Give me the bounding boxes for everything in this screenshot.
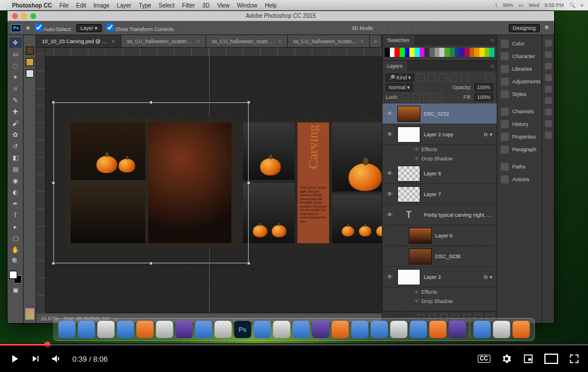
dock-app[interactable]	[195, 321, 212, 338]
distribute-icon[interactable]	[269, 25, 276, 32]
swatch-cell[interactable]	[470, 48, 475, 52]
visibility-toggle[interactable]: 👁	[386, 131, 394, 137]
swatch-cell[interactable]	[400, 52, 405, 57]
workspace-dropdown[interactable]: Designing	[509, 24, 540, 32]
photo[interactable]	[243, 183, 295, 243]
swatch-cell[interactable]	[489, 52, 494, 57]
close-tab-icon[interactable]: ×	[278, 39, 281, 44]
swatch-cell[interactable]	[424, 48, 430, 52]
close-tab-icon[interactable]: ×	[112, 39, 115, 44]
dock-folder[interactable]	[493, 321, 510, 338]
swatch-cell[interactable]	[439, 48, 444, 52]
layer-name[interactable]: Pretty typical carving night. Jake just …	[424, 212, 493, 218]
rail-icon[interactable]	[545, 40, 552, 47]
delete-layer-icon[interactable]	[486, 314, 493, 321]
layer-name[interactable]: Layer 6	[435, 233, 493, 239]
transform-handle[interactable]	[247, 262, 250, 265]
lock-position-icon[interactable]	[423, 93, 431, 101]
dock-app[interactable]	[137, 321, 154, 338]
close-window-button[interactable]	[12, 13, 18, 19]
layer-row[interactable]: 👁TPretty typical carving night. Jake jus…	[382, 205, 497, 225]
distribute-icon[interactable]	[318, 25, 324, 32]
layer-fx-icon[interactable]	[429, 314, 436, 321]
ruler-vertical[interactable]	[36, 48, 45, 313]
swatch-cell[interactable]	[405, 48, 410, 52]
document-tab[interactable]: ss_CU_halloween_scatters_bones.png @ 50%…	[121, 35, 206, 47]
dock-app[interactable]	[312, 321, 330, 338]
layer-thumbnail[interactable]	[409, 228, 432, 244]
align-icon[interactable]	[213, 25, 220, 32]
distribute-icon[interactable]	[330, 25, 336, 32]
hand-tool[interactable]: ✋	[9, 244, 22, 255]
gradient-tool[interactable]: ▤	[9, 164, 22, 174]
rail-icon[interactable]	[545, 120, 552, 127]
miniplayer-button[interactable]	[523, 353, 534, 365]
swatch-cell[interactable]	[485, 48, 490, 52]
layer-name[interactable]: DSC_0232	[424, 111, 493, 117]
move-tool[interactable]: ✥	[9, 37, 22, 48]
dock-app[interactable]	[351, 321, 369, 338]
align-icon[interactable]	[225, 25, 232, 32]
swatch-cell[interactable]	[474, 48, 479, 52]
pen-tool[interactable]: ✒	[9, 198, 22, 209]
swatch-cell[interactable]	[474, 52, 479, 57]
mini-swatch[interactable]	[26, 47, 34, 55]
swatches-tab[interactable]: Swatches	[382, 35, 414, 45]
color-swatches[interactable]	[9, 271, 22, 283]
show-transform-checkbox[interactable]: Show Transform Controls	[106, 24, 173, 32]
layer-row[interactable]: 👁Layer 2fx ▾	[382, 267, 497, 287]
tab-overflow-button[interactable]: »	[370, 35, 382, 47]
magic-wand-tool[interactable]: ✶	[9, 72, 22, 82]
ps-home-icon[interactable]: Ps	[11, 24, 21, 32]
menu-type[interactable]: Type	[139, 2, 152, 9]
dock-app[interactable]	[449, 321, 466, 338]
align-icon[interactable]	[249, 25, 256, 32]
swatch-cell[interactable]	[444, 48, 450, 52]
swatch-cell[interactable]	[420, 48, 425, 52]
panel-menu-icon[interactable]: ≡	[488, 63, 497, 69]
lock-transparency-icon[interactable]	[401, 93, 409, 101]
fill-field[interactable]: 100%	[474, 93, 493, 101]
search-icon[interactable]: 🔍	[544, 25, 551, 31]
dock-app[interactable]	[332, 321, 349, 338]
swatch-cell[interactable]	[394, 52, 400, 57]
filter-type-icon[interactable]	[439, 74, 447, 82]
document-tab[interactable]: ss_CU_halloween_scatters_confetti_sm.png…	[206, 35, 288, 47]
swatch-cell[interactable]	[390, 52, 395, 57]
canvas[interactable]: Carving Pretty typical carving night. Ja…	[36, 48, 382, 313]
layer-thumbnail[interactable]	[409, 248, 432, 264]
rail-icon[interactable]	[545, 97, 552, 104]
menu-image[interactable]: Image	[94, 2, 110, 9]
dock-trash[interactable]	[513, 321, 530, 338]
swatch-cell[interactable]	[485, 52, 490, 57]
dock-app[interactable]	[254, 321, 271, 338]
dock-app[interactable]	[371, 321, 388, 338]
swatch-cell[interactable]	[465, 48, 470, 52]
lock-pixels-icon[interactable]	[412, 93, 420, 101]
dodge-tool[interactable]: ◐	[9, 187, 22, 197]
swatch-cell[interactable]	[435, 52, 440, 57]
visibility-toggle[interactable]: 👁	[386, 110, 394, 117]
minimize-window-button[interactable]	[21, 13, 27, 19]
swatch-cell[interactable]	[455, 52, 460, 57]
mode3d-icon[interactable]	[415, 25, 422, 32]
menu-help[interactable]: Help	[265, 2, 277, 9]
align-icon[interactable]	[189, 25, 196, 32]
swatch-cell[interactable]	[390, 48, 395, 52]
eraser-tool[interactable]: ◧	[9, 152, 22, 163]
swatch-cell[interactable]	[405, 52, 410, 57]
lock-all-icon[interactable]	[434, 93, 442, 101]
transform-handle[interactable]	[52, 262, 55, 265]
ruler-horizontal[interactable]	[36, 48, 382, 57]
layer-fx-badge[interactable]: fx ▾	[483, 274, 492, 280]
layer-effect-item[interactable]: 👁 Effects	[382, 145, 497, 154]
document-tab[interactable]: 10_10_23 Carving.psd @ 16.7% (DSC_0232, …	[36, 35, 121, 47]
new-adjustment-icon[interactable]	[452, 314, 459, 321]
fullscreen-button[interactable]	[568, 353, 580, 365]
rail-panel-history[interactable]: History	[497, 118, 541, 131]
swatch-cell[interactable]	[424, 52, 430, 57]
layer-row[interactable]: 👁Layer 7	[382, 184, 497, 205]
rail-panel-styles[interactable]: Styles	[497, 88, 541, 101]
rail-panel-channels[interactable]: Channels	[497, 105, 541, 118]
transform-handle[interactable]	[52, 181, 55, 185]
